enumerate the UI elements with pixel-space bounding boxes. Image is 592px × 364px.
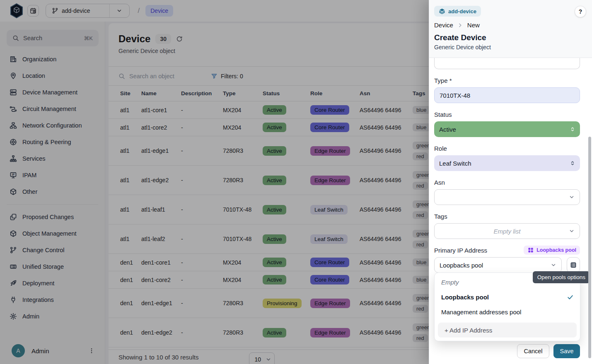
add-ip-address-button[interactable]: + Add IP Address [438,323,577,337]
pool-badge: Loopbacks pool [524,246,580,255]
role-label: Role [434,145,447,152]
chevron-down-icon [568,228,575,234]
breadcrumb-device[interactable]: Device [434,22,453,29]
branch-badge: add-device [434,6,481,17]
grid-icon [527,247,534,253]
save-button[interactable]: Save [553,344,580,358]
dropdown-item-label: Loopbacks pool [441,294,489,301]
breadcrumb-new: New [467,22,480,29]
open-pools-button[interactable] [567,257,580,273]
branch-badge-label: add-device [448,8,476,14]
chevron-down-icon [568,194,575,200]
asn-select[interactable] [434,189,580,205]
panel-breadcrumb: Device New [434,22,586,29]
tags-label: Tags [434,213,447,220]
tags-placeholder: Empty list [440,228,575,235]
cancel-button[interactable]: Cancel [517,344,549,358]
asn-label: Asn [434,179,445,186]
type-value: 7010TX-48 [440,92,470,99]
panel-subtitle: Generic Device object [434,44,586,51]
select-updown-icon [569,126,576,133]
dropdown-item-label: Management addresses pool [441,309,521,316]
select-updown-icon [569,160,576,166]
primary-ip-label: Primary IP Address [434,247,487,254]
status-select[interactable]: Active [434,121,580,137]
role-select[interactable]: Leaf Switch [434,155,580,171]
panel-scrollbar[interactable] [588,137,591,358]
chevron-right-icon [457,22,464,29]
pool-options-icon [570,262,577,268]
dropdown-item-loopbacks-pool[interactable]: Loopbacks pool [435,289,580,304]
dropdown-item-label: Empty [441,279,459,286]
pool-badge-label: Loopbacks pool [536,247,576,253]
check-icon [567,294,574,301]
status-label: Status [434,111,452,118]
type-input[interactable]: 7010TX-48 [434,87,580,103]
primary-ip-value: Loopbacks pool [440,262,483,269]
tags-select[interactable]: Empty list [434,223,580,239]
help-button[interactable]: ? [575,6,586,17]
role-value: Leaf Switch [439,160,471,167]
dropdown-item-management-addresses-pool[interactable]: Management addresses pool [435,304,580,319]
layers-icon [439,8,445,14]
primary-ip-select[interactable]: Loopbacks pool [434,257,562,273]
chevron-down-icon [550,262,557,268]
panel-title: Create Device [434,33,586,42]
scrolled-input-partial[interactable] [434,58,580,69]
panel-header: add-device ? Device New Create Device Ge… [429,0,592,58]
status-value: Active [439,126,456,133]
create-device-panel: add-device ? Device New Create Device Ge… [429,0,592,364]
tooltip: Open pools options [533,271,590,283]
type-label: Type * [434,77,452,84]
